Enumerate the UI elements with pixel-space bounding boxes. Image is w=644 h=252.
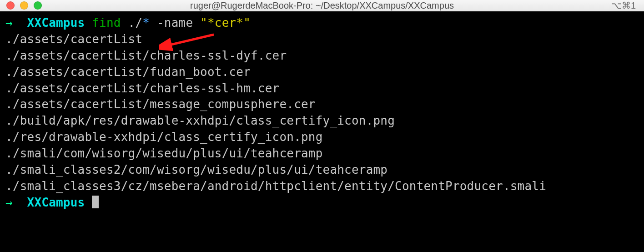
output-line: ./assets/cacertList [5, 32, 142, 46]
minimize-button[interactable] [20, 1, 28, 10]
cmd-path-prefix: ./ [121, 16, 143, 30]
cmd-pattern: "*cer*" [200, 16, 251, 30]
output-line: ./assets/cacertList/charles-ssl-hm.cer [5, 81, 279, 95]
output-line: ./assets/cacertList/message_compusphere.… [5, 97, 316, 111]
cmd-find: find [92, 16, 121, 30]
titlebar-right-icon: ⌥⌘1 [611, 0, 638, 11]
titlebar[interactable]: ruger@RugerdeMacBook-Pro: ~/Desktop/XXCa… [0, 0, 644, 11]
close-button[interactable] [6, 1, 15, 10]
output-line: ./assets/cacertList/charles-ssl-dyf.cer [5, 49, 287, 62]
prompt-arrow: → [5, 196, 13, 209]
cmd-path-glob: * [142, 16, 150, 30]
output-line: ./smali_classes3/cz/msebera/android/http… [5, 179, 546, 193]
traffic-lights [6, 1, 42, 10]
output-line: ./smali/com/wisorg/wisedu/plus/ui/teahce… [5, 146, 323, 160]
output-line: ./res/drawable-xxhdpi/class_certify_icon… [5, 130, 323, 144]
terminal-body[interactable]: → XXCampus find ./* -name "*cer*" ./asse… [0, 11, 644, 252]
svg-line-0 [167, 35, 214, 45]
prompt-arrow: → [5, 16, 13, 30]
output-line: ./build/apk/res/drawable-xxhdpi/class_ce… [5, 114, 395, 127]
maximize-button[interactable] [34, 1, 42, 10]
cursor [92, 196, 99, 208]
prompt-dir: XXCampus [27, 196, 85, 209]
cmd-flag: -name [150, 16, 200, 30]
output-line: ./assets/cacertList/fudan_boot.cer [5, 65, 251, 79]
prompt-dir: XXCampus [27, 16, 85, 30]
terminal-window: ruger@RugerdeMacBook-Pro: ~/Desktop/XXCa… [0, 0, 644, 252]
window-title: ruger@RugerdeMacBook-Pro: ~/Desktop/XXCa… [190, 0, 454, 11]
output-line: ./smali_classes2/com/wisorg/wisedu/plus/… [5, 163, 387, 176]
